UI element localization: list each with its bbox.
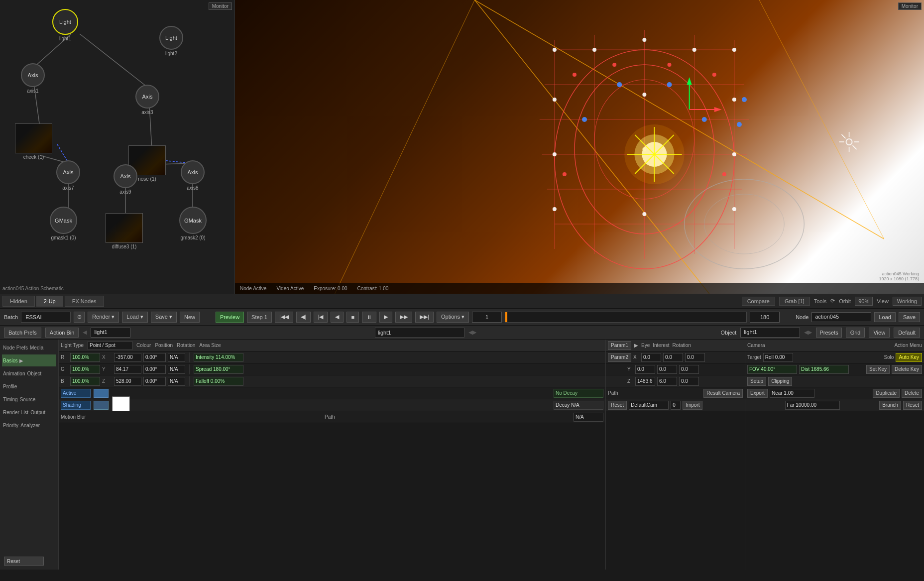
grid-btn[interactable]: Grid bbox=[846, 328, 865, 338]
save-node-btn[interactable]: Save bbox=[899, 312, 920, 322]
node-cheek[interactable]: cheek (1) bbox=[15, 123, 52, 160]
step-btn[interactable]: Step 1 bbox=[247, 312, 272, 323]
reset-btn-param[interactable]: Reset bbox=[608, 401, 627, 410]
branch-btn[interactable]: Branch bbox=[879, 401, 901, 410]
result-camera-btn[interactable]: Result Camera bbox=[703, 389, 743, 398]
x-eye[interactable]: 0.0 bbox=[641, 353, 661, 362]
node-gmask2[interactable]: GMask gmask2 (0) bbox=[179, 207, 207, 240]
node-axis8[interactable]: Axis axis8 bbox=[181, 160, 205, 191]
delete-btn[interactable]: Delete bbox=[902, 389, 922, 398]
tab-2up[interactable]: 2-Up bbox=[36, 296, 63, 307]
load-btn[interactable]: Load ▾ bbox=[122, 312, 148, 323]
x-rotation[interactable]: 0.00° bbox=[143, 353, 166, 362]
step-back-btn[interactable]: |◀ bbox=[314, 312, 328, 323]
node-value-input[interactable]: action045 bbox=[811, 312, 871, 322]
decay-na-value[interactable]: Decay N/A bbox=[554, 401, 603, 410]
default-cam-display[interactable]: light1 bbox=[375, 328, 464, 338]
save-btn[interactable]: Save ▾ bbox=[151, 312, 177, 323]
param1-btn[interactable]: Param1 bbox=[608, 341, 631, 350]
batch-value[interactable]: ESSAI bbox=[21, 312, 71, 323]
action-bin-btn[interactable]: Action Bin bbox=[45, 328, 79, 338]
frame-input[interactable] bbox=[472, 312, 502, 323]
z-rotation[interactable]: 0.00° bbox=[143, 377, 166, 386]
grab-btn[interactable]: Grab [1] bbox=[779, 297, 810, 306]
pause-btn[interactable]: ⏸ bbox=[362, 312, 376, 323]
r-value[interactable]: 100.0% bbox=[70, 353, 100, 362]
y-rotation-param[interactable]: 0.0 bbox=[679, 365, 699, 374]
x-area[interactable]: N/A bbox=[168, 353, 185, 362]
near-value[interactable]: Near 1.00 bbox=[770, 389, 814, 398]
param2-btn[interactable]: Param2 bbox=[608, 353, 631, 362]
default-cam-num[interactable]: 0 bbox=[671, 401, 681, 410]
view-btn[interactable]: View bbox=[869, 328, 890, 338]
light-type-value[interactable]: Point / Spot bbox=[88, 341, 132, 350]
end-frame-input[interactable] bbox=[750, 312, 780, 323]
x-interest[interactable]: 0.0 bbox=[663, 353, 683, 362]
frame-fwd-btn[interactable]: ▶▶ bbox=[395, 312, 412, 323]
basics-item[interactable]: Basics ▶ bbox=[2, 354, 56, 366]
default-cam-val[interactable]: DefaultCam bbox=[629, 401, 669, 410]
profile-item[interactable]: Profile bbox=[2, 380, 56, 392]
node-light2[interactable]: Light light2 bbox=[159, 26, 183, 56]
options-btn[interactable]: Options ▾ bbox=[437, 312, 469, 323]
shading-value[interactable]: Shading bbox=[61, 401, 91, 410]
timeline-track[interactable] bbox=[505, 312, 747, 323]
batch-prefs-btn[interactable]: Batch Prefs bbox=[4, 328, 41, 338]
default-btn[interactable]: Default bbox=[894, 328, 920, 338]
b-value[interactable]: 100.0% bbox=[70, 377, 100, 386]
falloff-value[interactable]: Falloff 0.00% bbox=[194, 377, 243, 386]
load-node-btn[interactable]: Load bbox=[874, 312, 895, 322]
node-diffuse3[interactable]: diffuse3 (1) bbox=[106, 213, 143, 249]
object-value-input[interactable]: light1 bbox=[740, 328, 800, 338]
x-position[interactable]: -357.00 bbox=[114, 353, 141, 362]
play-btn[interactable]: ▶ bbox=[379, 312, 392, 323]
y-eye[interactable]: 0.0 bbox=[635, 365, 655, 374]
timing-item[interactable]: Timing Source bbox=[2, 393, 56, 405]
object-name-input[interactable]: light1 bbox=[91, 328, 130, 338]
node-gmask1[interactable]: GMask gmask1 (0) bbox=[50, 207, 77, 240]
frame-back-btn[interactable]: ◀ bbox=[331, 312, 344, 323]
node-axis3[interactable]: Axis axis3 bbox=[135, 85, 159, 115]
dist-value[interactable]: Dist 1685.66 bbox=[799, 365, 849, 374]
spread-value[interactable]: Spread 180.00° bbox=[194, 365, 243, 374]
g-value[interactable]: 100.0% bbox=[70, 365, 100, 374]
priority-item[interactable]: Priority Analyzer bbox=[2, 419, 56, 431]
y-position[interactable]: 84.17 bbox=[114, 365, 141, 374]
tab-hidden[interactable]: Hidden bbox=[2, 296, 35, 307]
setup-btn[interactable]: Setup bbox=[747, 377, 766, 386]
z-rotation-param[interactable]: 0.0 bbox=[679, 377, 699, 386]
set-key-btn[interactable]: Set Key bbox=[866, 365, 890, 374]
node-axis1[interactable]: Axis axis1 bbox=[21, 63, 45, 94]
z-interest[interactable]: 6.0 bbox=[657, 377, 677, 386]
y-area[interactable]: N/A bbox=[168, 365, 185, 374]
shade-na-value[interactable]: N/A bbox=[574, 413, 603, 422]
node-axis7[interactable]: Axis axis7 bbox=[56, 160, 80, 191]
far-value[interactable]: Far 10000.00 bbox=[785, 401, 840, 410]
animation-item[interactable]: Animation Object bbox=[2, 367, 56, 379]
z-area[interactable]: N/A bbox=[168, 377, 185, 386]
presets-dropdown[interactable]: Presets bbox=[816, 328, 841, 338]
roll-value[interactable]: Roll 0.00 bbox=[763, 353, 793, 362]
batch-icon-btn[interactable]: ⊙ bbox=[74, 312, 85, 323]
delete-key-btn[interactable]: Delete Key bbox=[892, 365, 922, 374]
z-position[interactable]: 528.00 bbox=[114, 377, 141, 386]
preview-btn[interactable]: Preview bbox=[216, 312, 244, 323]
no-decay-value[interactable]: No Decay bbox=[554, 389, 603, 398]
render-list-item[interactable]: Render List Output bbox=[2, 406, 56, 418]
active-value[interactable]: Active bbox=[61, 389, 91, 398]
y-rotation[interactable]: 0.00° bbox=[143, 365, 166, 374]
node-prefs-item[interactable]: Node Prefs Media bbox=[2, 342, 56, 353]
tab-fx-nodes[interactable]: FX Nodes bbox=[65, 296, 104, 307]
prev-frame-btn[interactable]: ◀| bbox=[296, 312, 311, 323]
go-end-btn[interactable]: ▶▶| bbox=[415, 312, 434, 323]
import-btn[interactable]: Import bbox=[683, 401, 702, 410]
zoom-dropdown[interactable]: 90% bbox=[855, 297, 873, 306]
node-light1[interactable]: Light light1 bbox=[52, 9, 78, 41]
x-rotation-param[interactable]: 0.0 bbox=[685, 353, 705, 362]
go-start-btn[interactable]: |◀◀ bbox=[275, 312, 293, 323]
auto-key-btn[interactable]: Auto Key bbox=[896, 353, 922, 362]
intensity-value[interactable]: Intensity 114.00% bbox=[194, 353, 243, 362]
export-btn[interactable]: Export bbox=[747, 389, 768, 398]
new-btn[interactable]: New bbox=[180, 312, 200, 323]
clipping-btn[interactable]: Clipping bbox=[768, 377, 792, 386]
